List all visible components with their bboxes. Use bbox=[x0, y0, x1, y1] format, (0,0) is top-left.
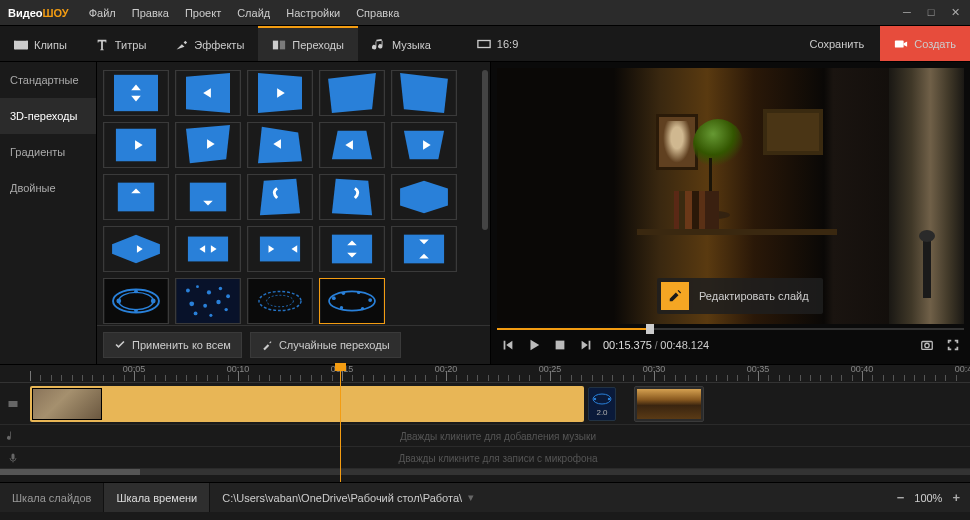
create-label: Создать bbox=[914, 38, 956, 50]
titles-icon bbox=[95, 38, 109, 52]
aspect-label: 16:9 bbox=[497, 38, 518, 50]
timeline-ruler[interactable]: 00:0500:1000:1500:2000:2500:3000:3500:40… bbox=[0, 365, 970, 383]
timeline-scrollbar[interactable] bbox=[0, 469, 970, 475]
transition-thumb[interactable] bbox=[391, 122, 457, 168]
menu-help[interactable]: Справка bbox=[348, 7, 407, 19]
transitions-panel: Применить ко всем Случайные переходы bbox=[97, 62, 491, 364]
transition-thumb[interactable] bbox=[247, 226, 313, 272]
transition-thumb[interactable] bbox=[391, 70, 457, 116]
menu-settings[interactable]: Настройки bbox=[278, 7, 348, 19]
zoom-in-button[interactable]: + bbox=[952, 490, 960, 505]
transition-thumb[interactable] bbox=[247, 122, 313, 168]
menu-project[interactable]: Проект bbox=[177, 7, 229, 19]
transition-thumb[interactable] bbox=[103, 122, 169, 168]
transition-thumb[interactable] bbox=[175, 278, 241, 324]
fullscreen-button[interactable] bbox=[944, 336, 962, 354]
minimize-icon[interactable]: ─ bbox=[900, 6, 914, 19]
zoom-controls: − 100% + bbox=[887, 483, 970, 512]
tab-music[interactable]: Музыка bbox=[358, 26, 445, 61]
transition-thumb[interactable] bbox=[175, 70, 241, 116]
play-button[interactable] bbox=[525, 336, 543, 354]
time-scale-tab[interactable]: Шкала времени bbox=[104, 483, 210, 512]
transition-thumb-selected[interactable] bbox=[319, 278, 385, 324]
tab-transitions[interactable]: Переходы bbox=[258, 26, 358, 61]
transition-thumb[interactable] bbox=[319, 174, 385, 220]
app-title-part2: ШОУ bbox=[43, 7, 69, 19]
apply-all-button[interactable]: Применить ко всем bbox=[103, 332, 242, 358]
transition-thumb[interactable] bbox=[103, 70, 169, 116]
transition-thumb[interactable] bbox=[319, 122, 385, 168]
create-button[interactable]: Создать bbox=[880, 26, 970, 61]
svg-point-52 bbox=[226, 294, 230, 298]
effects-icon bbox=[174, 38, 188, 52]
sidebar-item-double[interactable]: Двойные bbox=[0, 170, 96, 206]
tab-effects[interactable]: Эффекты bbox=[160, 26, 258, 61]
svg-point-46 bbox=[134, 309, 138, 313]
preview-canvas[interactable]: Редактировать слайд bbox=[497, 68, 964, 324]
menubar: ВидеоШОУ Файл Правка Проект Слайд Настро… bbox=[0, 0, 970, 26]
seek-bar[interactable] bbox=[497, 324, 964, 332]
sidebar-item-gradients[interactable]: Градиенты bbox=[0, 134, 96, 170]
transition-clip[interactable]: 2.0 bbox=[588, 387, 616, 421]
seek-handle[interactable] bbox=[646, 324, 654, 334]
maximize-icon[interactable]: □ bbox=[924, 6, 938, 19]
tab-music-label: Музыка bbox=[392, 39, 431, 51]
menu-slide[interactable]: Слайд bbox=[229, 7, 278, 19]
zoom-value: 100% bbox=[914, 492, 942, 504]
video-clip-1[interactable] bbox=[30, 386, 584, 422]
video-track-body[interactable]: 2.0 bbox=[26, 383, 970, 424]
transition-thumb[interactable] bbox=[319, 226, 385, 272]
zoom-out-button[interactable]: − bbox=[897, 490, 905, 505]
snapshot-button[interactable] bbox=[918, 336, 936, 354]
transition-thumb[interactable] bbox=[247, 278, 313, 324]
transition-thumb[interactable] bbox=[175, 174, 241, 220]
sidebar-item-3d[interactable]: 3D-переходы bbox=[0, 98, 96, 134]
workspace: Стандартные 3D-переходы Градиенты Двойны… bbox=[0, 62, 970, 364]
next-button[interactable] bbox=[577, 336, 595, 354]
music-track: Дважды кликните для добавления музыки bbox=[0, 425, 970, 447]
svg-point-66 bbox=[357, 291, 360, 294]
tab-titles[interactable]: Титры bbox=[81, 26, 160, 61]
music-track-body[interactable]: Дважды кликните для добавления музыки bbox=[26, 425, 970, 446]
svg-point-54 bbox=[203, 304, 207, 308]
svg-rect-39 bbox=[404, 235, 444, 264]
close-icon[interactable]: ✕ bbox=[948, 6, 962, 19]
stop-button[interactable] bbox=[551, 336, 569, 354]
transition-thumb[interactable] bbox=[103, 278, 169, 324]
tab-clips[interactable]: Клипы bbox=[0, 26, 81, 61]
transition-thumb[interactable] bbox=[103, 226, 169, 272]
transition-thumb[interactable] bbox=[103, 174, 169, 220]
edit-slide-button[interactable]: Редактировать слайд bbox=[657, 278, 823, 314]
aspect-ratio[interactable]: 16:9 bbox=[465, 26, 530, 61]
sidebar-item-standard[interactable]: Стандартные bbox=[0, 62, 96, 98]
video-clip-2[interactable] bbox=[634, 386, 704, 422]
scrollbar[interactable] bbox=[482, 70, 488, 230]
transition-thumb[interactable] bbox=[247, 174, 313, 220]
transition-thumb[interactable] bbox=[175, 226, 241, 272]
transition-thumb[interactable] bbox=[247, 70, 313, 116]
project-path: C:\Users\vaban\OneDrive\Рабочий стол\Раб… bbox=[210, 483, 886, 512]
save-button[interactable]: Сохранить bbox=[794, 26, 881, 61]
transition-thumb[interactable] bbox=[175, 122, 241, 168]
playhead[interactable] bbox=[340, 365, 341, 482]
svg-rect-27 bbox=[190, 183, 226, 212]
svg-point-72 bbox=[925, 343, 929, 347]
transition-thumb[interactable] bbox=[319, 70, 385, 116]
transitions-sidebar: Стандартные 3D-переходы Градиенты Двойны… bbox=[0, 62, 97, 364]
transition-thumb[interactable] bbox=[391, 174, 457, 220]
menu-file[interactable]: Файл bbox=[81, 7, 124, 19]
statusbar: Шкала слайдов Шкала времени C:\Users\vab… bbox=[0, 482, 970, 512]
time-total: 00:48.124 bbox=[660, 339, 709, 351]
random-transitions-button[interactable]: Случайные переходы bbox=[250, 332, 401, 358]
slides-scale-tab[interactable]: Шкала слайдов bbox=[0, 483, 104, 512]
path-dropdown-icon[interactable]: ▾ bbox=[468, 491, 474, 504]
transition-thumb[interactable] bbox=[391, 226, 457, 272]
prev-button[interactable] bbox=[499, 336, 517, 354]
svg-point-57 bbox=[194, 312, 198, 316]
tab-titles-label: Титры bbox=[115, 39, 146, 51]
mic-track-body[interactable]: Дважды кликните для записи с микрофона bbox=[26, 447, 970, 468]
svg-rect-37 bbox=[332, 235, 372, 264]
svg-point-44 bbox=[151, 299, 156, 304]
transition-clip-icon bbox=[591, 391, 613, 407]
menu-edit[interactable]: Правка bbox=[124, 7, 177, 19]
